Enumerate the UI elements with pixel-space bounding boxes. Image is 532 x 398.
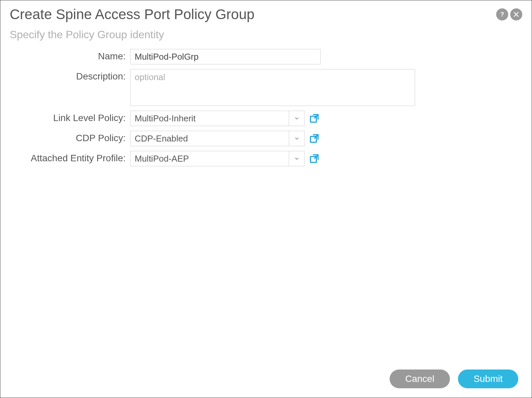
- submit-button[interactable]: Submit: [458, 369, 518, 388]
- row-name: Name:: [16, 49, 522, 64]
- open-attached-entity-profile-icon[interactable]: [309, 154, 319, 164]
- cdp-policy-value: CDP-Enabled: [131, 131, 289, 146]
- cancel-button[interactable]: Cancel: [390, 369, 450, 388]
- dialog-subtitle: Specify the Policy Group identity: [10, 29, 522, 41]
- cdp-policy-select[interactable]: CDP-Enabled: [130, 131, 305, 146]
- attached-entity-profile-select[interactable]: MultiPod-AEP: [130, 151, 305, 166]
- link-level-policy-select[interactable]: MultiPod-Inherit: [130, 111, 305, 126]
- row-link-level-policy: Link Level Policy: MultiPod-Inherit: [16, 111, 522, 126]
- help-icon[interactable]: ?: [496, 8, 508, 20]
- chevron-down-icon[interactable]: [289, 131, 304, 146]
- name-label: Name:: [16, 49, 130, 62]
- link-level-policy-label: Link Level Policy:: [16, 111, 130, 123]
- link-level-policy-value: MultiPod-Inherit: [131, 111, 289, 126]
- attached-entity-profile-label: Attached Entity Profile:: [16, 151, 130, 164]
- form-area: Name: Description: Link Level Policy: Mu…: [10, 49, 522, 166]
- svg-text:?: ?: [500, 11, 504, 18]
- dialog-footer: Cancel Submit: [390, 369, 518, 388]
- attached-entity-profile-value: MultiPod-AEP: [131, 151, 289, 166]
- dialog-title: Create Spine Access Port Policy Group: [10, 6, 255, 22]
- open-cdp-policy-icon[interactable]: [309, 133, 319, 144]
- create-spine-access-port-policy-group-dialog: Create Spine Access Port Policy Group ? …: [0, 0, 532, 398]
- name-input[interactable]: [130, 49, 321, 64]
- row-attached-entity-profile: Attached Entity Profile: MultiPod-AEP: [16, 151, 522, 166]
- row-description: Description:: [16, 69, 522, 106]
- cdp-policy-label: CDP Policy:: [16, 131, 130, 144]
- description-label: Description:: [16, 69, 130, 82]
- chevron-down-icon[interactable]: [289, 111, 304, 126]
- open-link-level-policy-icon[interactable]: [309, 113, 319, 123]
- dialog-header: Create Spine Access Port Policy Group ?: [10, 6, 522, 22]
- chevron-down-icon[interactable]: [289, 151, 304, 166]
- description-input[interactable]: [130, 69, 415, 106]
- close-icon[interactable]: [510, 8, 522, 20]
- header-icons: ?: [496, 8, 522, 20]
- row-cdp-policy: CDP Policy: CDP-Enabled: [16, 131, 522, 146]
